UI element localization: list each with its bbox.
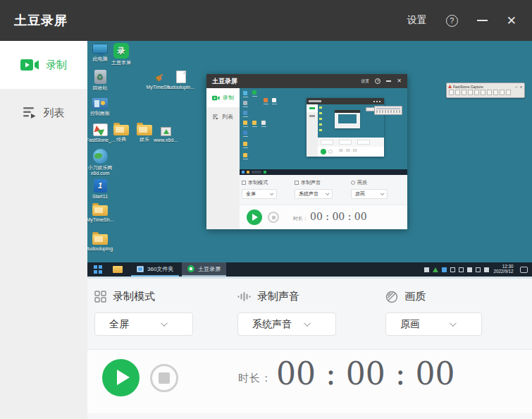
tray-icon — [450, 267, 455, 272]
chevron-down-icon — [161, 320, 168, 327]
list-icon — [23, 107, 37, 119]
mini-playbar: 时长： 00 : 00 : 00 — [240, 205, 407, 229]
mini-wave-icon — [295, 181, 299, 185]
tray-icon — [484, 267, 489, 272]
mini-titlebar: 土豆录屏 设置 ? ✕ — [206, 74, 407, 88]
sound-value: 系统声音 — [252, 318, 292, 331]
mini-preview: 00 : 00 : 00 — [240, 88, 407, 175]
mini-help-icon: ? — [375, 78, 381, 84]
quality-label: 画质 — [404, 290, 426, 303]
start11-icon: 1 — [94, 179, 107, 193]
mode-group: 录制模式 全屏 — [94, 290, 193, 336]
record-start-button[interactable] — [102, 359, 140, 396]
tray-icon — [433, 267, 438, 272]
notification-icon — [520, 267, 528, 273]
folder-icon — [92, 205, 108, 216]
sound-select[interactable]: 系统声音 — [237, 312, 336, 336]
quality-value: 原画 — [400, 318, 420, 331]
mini-app-window: 土豆录屏 设置 ? ✕ 录制 — [206, 74, 407, 229]
sidebar-list-label: 列表 — [44, 107, 65, 120]
tray-icon — [459, 267, 464, 272]
playbar: 时长： 00 : 00 : 00 — [87, 349, 532, 413]
mini-stop-icon — [268, 212, 279, 223]
faststone-app-icon — [93, 123, 108, 136]
folder-icon — [113, 125, 129, 135]
tudou-taskbar-icon — [187, 265, 194, 272]
document-icon — [176, 71, 186, 83]
faststone-toolbar: FastStone Capture – x — [446, 83, 525, 98]
titlebar-actions: 设置 ? ✕ — [407, 14, 532, 27]
taskbar-tab-tudou: 土豆录屏 — [182, 262, 226, 277]
sound-wave-icon — [237, 291, 251, 302]
quality-group: 画质 原画 — [385, 290, 482, 336]
titlebar: 土豆录屏 设置 ? ✕ — [0, 0, 532, 41]
level2-window: 00 : 00 : 00 — [307, 98, 384, 157]
faststone-title: FastStone Capture — [453, 85, 483, 88]
desktop-icon-xiaodao: 小刀娱乐网 x6d.com — [87, 149, 114, 176]
duration-timer: 00 : 00 : 00 — [276, 356, 455, 391]
taskbar-clock: 12:30 2022/9/12 — [493, 265, 513, 274]
tray-icon — [442, 267, 447, 272]
taskbar-folder-icon — [113, 266, 123, 273]
folder-icon — [137, 125, 152, 135]
screen-preview: 此电脑 录 土豆录屏 ♻ 回收站 ☛ MyTimeSh... tudoulupi… — [87, 41, 532, 279]
sound-group: 录制声音 系统声音 — [237, 290, 336, 336]
sound-label: 录制声音 — [257, 290, 299, 303]
web-shortcut-icon — [161, 127, 171, 136]
taskbar-tab-file-manager: 360文件夹 — [131, 262, 179, 277]
desktop-icon-start11: 1 Start11 — [87, 179, 114, 200]
mode-select[interactable]: 全屏 — [94, 312, 193, 336]
mini-record-icon — [212, 95, 220, 101]
mini-controls: 录制模式 全屏 录制声音 系统声音 画质 原画 — [240, 175, 407, 205]
close-icon[interactable]: ✕ — [507, 15, 516, 27]
tray-icon — [467, 267, 472, 272]
start-button-icon — [94, 265, 102, 274]
duration-label: 时长： — [238, 372, 272, 385]
record-camera-icon — [20, 59, 39, 71]
level3-window — [335, 110, 360, 128]
mini-grid-icon — [242, 181, 246, 185]
mini-close-icon: ✕ — [397, 78, 402, 84]
mini-taskbar — [240, 169, 407, 175]
sidebar-item-list[interactable]: 列表 — [0, 89, 87, 137]
mini-quality-icon — [351, 181, 355, 185]
mini-faststone-toolbar — [374, 106, 402, 115]
tudou-app-icon: 录 — [113, 43, 129, 59]
sidebar: 录制 列表 — [0, 41, 87, 419]
record-stop-button[interactable] — [150, 364, 178, 392]
control-panel-icon — [92, 98, 108, 109]
quality-icon — [385, 291, 398, 303]
folder-icon — [92, 234, 108, 245]
recycle-bin-icon: ♻ — [94, 70, 106, 84]
level2-play-icon — [321, 149, 326, 154]
grid-icon — [94, 291, 106, 303]
help-icon[interactable]: ? — [446, 15, 458, 27]
faststone-logo-icon — [448, 85, 452, 88]
globe-icon — [93, 149, 108, 164]
mini-sidebar: 录制 列表 — [206, 88, 240, 229]
desktop-icon-tudouluping-folder: tudouluping — [87, 234, 114, 252]
settings-button[interactable]: 设置 — [407, 14, 427, 27]
mode-label: 录制模式 — [113, 290, 155, 303]
bottom-strip — [87, 413, 532, 419]
faststone-window-controls: – x — [515, 85, 523, 89]
desktop-icon-www-x6d: www.x6d... — [151, 127, 180, 143]
level2-stop-icon — [328, 150, 333, 154]
file-manager-icon — [137, 266, 144, 272]
tray-icon — [476, 267, 481, 272]
minimize-icon[interactable] — [477, 20, 488, 21]
sidebar-item-record[interactable]: 录制 — [0, 41, 87, 89]
mini-play-icon — [247, 210, 262, 225]
quality-select[interactable]: 原画 — [385, 312, 482, 336]
sidebar-record-label: 录制 — [46, 59, 67, 72]
mode-value: 全屏 — [109, 318, 129, 331]
preview-taskbar: 360文件夹 土豆录屏 12:30 2022/9/12 — [87, 262, 532, 277]
desktop-icon-recycle-bin: ♻ 回收站 — [87, 70, 114, 91]
desktop-icon-tudoulupin-doc: tudoulupin... — [167, 71, 195, 90]
desktop-icon-control-panel: 控制面板 — [87, 98, 114, 116]
this-pc-icon — [92, 44, 108, 54]
controls-panel: 录制模式 全屏 录制声音 系统声音 — [87, 279, 532, 349]
chevron-down-icon — [450, 320, 457, 327]
faststone-tool-icons — [447, 90, 524, 95]
desktop-icon-mytimesh-folder: MyTimeSh... — [87, 205, 114, 223]
